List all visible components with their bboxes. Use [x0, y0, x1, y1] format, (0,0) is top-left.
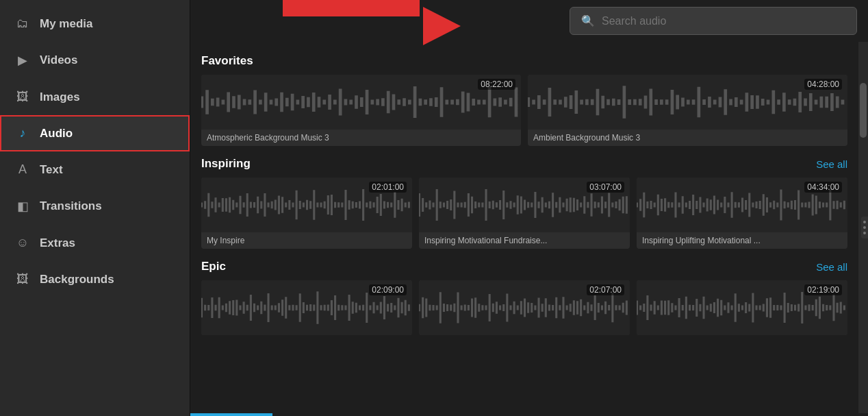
track-name: Inspiring Uplifting Motivational ...: [637, 232, 847, 249]
sidebar-item-my-media[interactable]: 🗂 My media: [0, 5, 190, 42]
track-card[interactable]: 02:09:00: [201, 280, 412, 335]
track-name: My Inspire: [201, 232, 412, 249]
search-bar[interactable]: 🔍: [570, 7, 857, 35]
dot: [863, 226, 866, 229]
sidebar: 🗂 My media ▶ Videos 🖼 Images ♪ Audio A T…: [0, 0, 190, 416]
duration-badge: 02:07:00: [587, 284, 624, 295]
waveform-container: 04:28:00: [528, 75, 847, 130]
audio-icon: ♪: [15, 126, 30, 140]
sidebar-label-videos: Videos: [40, 53, 77, 67]
annotation-arrow: [423, 7, 461, 45]
waveform-container: 02:01:00: [201, 178, 412, 232]
duration-badge: 02:19:00: [804, 284, 842, 295]
waveform-container: 02:19:00: [637, 280, 847, 335]
waveform-svg: [528, 75, 847, 130]
sidebar-item-backgrounds[interactable]: 🖼 Backgrounds: [0, 261, 190, 297]
sidebar-label-my-media: My media: [40, 17, 92, 31]
waveform-container: 02:07:00: [419, 280, 630, 335]
track-card[interactable]: 02:07:00: [419, 280, 630, 335]
sidebar-label-audio: Audio: [40, 127, 73, 140]
sidebar-item-transitions[interactable]: ◧ Transitions: [0, 188, 190, 225]
duration-badge: 04:34:00: [804, 182, 842, 193]
sidebar-item-videos[interactable]: ▶ Videos: [0, 42, 190, 79]
transitions-icon: ◧: [15, 199, 30, 214]
track-grid-epic: 02:09:0002:07:0002:19:00: [201, 280, 847, 335]
track-name: Atmospheric Background Music 3: [201, 130, 521, 146]
search-icon: 🔍: [581, 14, 595, 27]
duration-badge: 03:07:00: [587, 182, 624, 193]
timeline-playhead-bar: [190, 413, 272, 416]
section-header-epic: EpicSee all: [201, 260, 847, 273]
sidebar-item-audio[interactable]: ♪ Audio: [0, 115, 190, 151]
text-icon: A: [15, 162, 30, 177]
waveform-container: 02:09:00: [201, 280, 412, 335]
extras-icon: ☺: [15, 236, 30, 250]
my-media-icon: 🗂: [15, 16, 30, 31]
duration-badge: 02:09:00: [369, 284, 407, 295]
panel-collapse-handle[interactable]: [861, 217, 868, 238]
section-inspiring: InspiringSee all02:01:00My Inspire03:07:…: [201, 157, 847, 249]
videos-icon: ▶: [15, 53, 30, 68]
dot: [863, 232, 866, 234]
scrollbar-thumb[interactable]: [860, 83, 867, 138]
track-card[interactable]: 02:01:00My Inspire: [201, 178, 412, 249]
sidebar-item-images[interactable]: 🖼 Images: [0, 79, 190, 115]
audio-list: Favorites08:22:00Atmospheric Background …: [190, 42, 858, 413]
waveform-container: 03:07:00: [419, 178, 630, 232]
search-input[interactable]: [602, 15, 845, 27]
sidebar-item-text[interactable]: A Text: [0, 151, 190, 188]
track-grid-inspiring: 02:01:00My Inspire03:07:00Inspiring Moti…: [201, 178, 847, 249]
section-title-epic: Epic: [201, 260, 226, 273]
track-grid-favorites: 08:22:00Atmospheric Background Music 304…: [201, 75, 847, 146]
section-header-inspiring: InspiringSee all: [201, 157, 847, 171]
see-all-epic[interactable]: See all: [816, 261, 847, 273]
track-card[interactable]: 02:19:00: [637, 280, 847, 335]
section-header-favorites: Favorites: [201, 54, 847, 68]
images-icon: 🖼: [15, 90, 30, 104]
track-name: Ambient Background Music 3: [528, 130, 847, 146]
duration-badge: 08:22:00: [478, 79, 515, 90]
sidebar-label-transitions: Transitions: [40, 199, 102, 213]
main-content: 🔍 Favorites08:22:00Atmospheric Backgroun…: [190, 0, 868, 416]
sidebar-label-text: Text: [40, 163, 63, 177]
sidebar-item-extras[interactable]: ☺ Extras: [0, 225, 190, 261]
track-name: Inspiring Motivational Fundraise...: [419, 232, 630, 249]
duration-badge: 04:28:00: [804, 79, 842, 90]
header: 🔍: [190, 0, 868, 42]
waveform-container: 08:22:00: [201, 75, 521, 130]
section-title-favorites: Favorites: [201, 54, 253, 68]
sidebar-label-images: Images: [40, 90, 80, 104]
section-favorites: Favorites08:22:00Atmospheric Background …: [201, 54, 847, 146]
see-all-inspiring[interactable]: See all: [816, 158, 847, 170]
duration-badge: 02:01:00: [369, 182, 407, 193]
track-card[interactable]: 03:07:00Inspiring Motivational Fundraise…: [419, 178, 630, 249]
section-epic: EpicSee all02:09:0002:07:0002:19:00: [201, 260, 847, 335]
track-card[interactable]: 08:22:00Atmospheric Background Music 3: [201, 75, 521, 146]
backgrounds-icon: 🖼: [15, 272, 30, 286]
sidebar-label-backgrounds: Backgrounds: [40, 273, 114, 286]
track-card[interactable]: 04:34:00Inspiring Uplifting Motivational…: [637, 178, 847, 249]
waveform-svg: [201, 75, 521, 130]
track-card[interactable]: 04:28:00Ambient Background Music 3: [528, 75, 847, 146]
waveform-container: 04:34:00: [637, 178, 847, 232]
sidebar-label-extras: Extras: [40, 236, 75, 250]
section-title-inspiring: Inspiring: [201, 157, 251, 171]
dot: [863, 221, 866, 223]
